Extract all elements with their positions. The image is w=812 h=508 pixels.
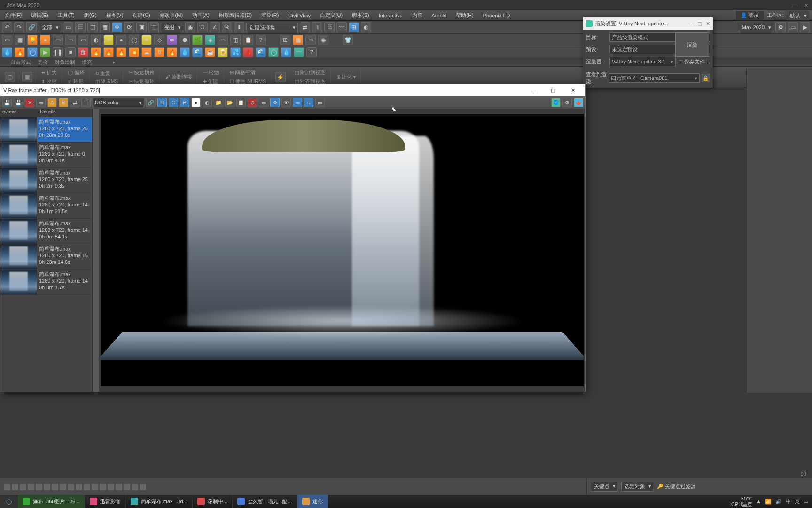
vfb-channel-dropdown[interactable]: RGB color [93, 98, 144, 107]
pfd-candle-icon[interactable]: 🕯 [154, 47, 164, 57]
vfb-mono-icon[interactable]: ● [191, 98, 201, 107]
vfb-history-list[interactable]: 简单瀑布.max1280 x 720, frame 260h 28m 23.8s… [0, 117, 92, 392]
start-button[interactable]: ◯ [0, 495, 18, 508]
nav-icon[interactable] [44, 484, 50, 490]
window-close-icon[interactable]: ✕ [804, 2, 808, 8]
vfb-history-item[interactable]: 简单瀑布.max1280 x 720, frame 140h 1m 21.5s [0, 193, 92, 219]
vfb-history-item[interactable]: 简单瀑布.max1280 x 720, frame 140h 3m 1.7s [0, 270, 92, 295]
percent-snap-icon[interactable]: % [222, 22, 232, 32]
align-icon[interactable]: ⫴ [312, 22, 322, 32]
menu-modifiers[interactable]: 修改器(M) [155, 12, 188, 19]
snap-icon[interactable]: 3 [197, 22, 208, 32]
pfd-explosion-icon[interactable]: 💥 [129, 47, 139, 57]
vfb-cc-icon[interactable]: ▭ [293, 98, 302, 107]
pfd-btn[interactable]: ▦ [15, 35, 25, 45]
vfb-titlebar[interactable]: V-Ray frame buffer - [100% of 1280 x 720… [0, 84, 585, 96]
vfb-g-icon[interactable]: G [169, 98, 178, 107]
vfb-r-icon[interactable]: R [157, 98, 167, 107]
rsd-max-icon[interactable]: ▢ [697, 21, 702, 27]
pfd-btn[interactable]: ▭ [2, 35, 12, 45]
vfb-alpha-icon[interactable]: ◐ [203, 98, 212, 107]
vfb-max-icon[interactable]: ▢ [544, 85, 562, 95]
vfb-swap-icon[interactable]: ⇄ [70, 98, 79, 107]
nav-icon[interactable] [52, 484, 58, 490]
vfb-history-item[interactable]: 简单瀑布.max1280 x 720, frame 260h 28m 23.8s [0, 117, 92, 143]
nav-icon[interactable] [124, 484, 130, 490]
selobj-dropdown[interactable]: 选定对象 [621, 482, 653, 492]
vfb-folder-icon[interactable]: 📁 [214, 98, 223, 107]
system-tray[interactable]: 50℃ CPU温度 ▲ 📶 🔊 中 英 ▭ [727, 496, 812, 507]
ribbon-paint[interactable]: 🖌 绘制连接 [164, 73, 194, 81]
rotate-icon[interactable]: ⟳ [124, 22, 134, 32]
pfd-play-icon[interactable]: ▶ [40, 47, 50, 57]
pfd-coffee-icon[interactable]: ☕ [205, 47, 215, 57]
vfb-history-item[interactable]: 简单瀑布.max1280 x 720, frame 140h 0m 54.1s [0, 219, 92, 244]
vfb-bucket-icon[interactable]: 🪣 [551, 98, 561, 107]
pfd-pool-icon[interactable]: ◯ [268, 47, 279, 57]
ribbon-detail[interactable]: ⊞ 细化 ▾ [335, 73, 358, 81]
menu-grapheditors[interactable]: 图形编辑器(D) [214, 12, 257, 19]
maxver-dropdown[interactable]: Max 2020 [739, 23, 773, 32]
menu-help[interactable]: 帮助(H) [451, 12, 478, 19]
pfd-preset-icon[interactable]: ▦ [293, 35, 303, 45]
scale-icon[interactable]: ▣ [136, 22, 147, 32]
nav-icon[interactable] [100, 484, 106, 490]
nav-icon[interactable] [20, 484, 26, 490]
pfd-stop-icon[interactable]: ■ [65, 47, 76, 57]
nav-icon[interactable] [12, 484, 18, 490]
tray-icon[interactable]: ▭ [804, 499, 808, 505]
menu-animation[interactable]: 动画(A) [187, 12, 214, 19]
mirror-icon[interactable]: ⇄ [300, 22, 310, 32]
login-button[interactable]: 👤 登录 [735, 10, 764, 20]
pfd-blood-icon[interactable]: 🩸 [243, 47, 253, 57]
menu-tools[interactable]: 工具(T) [53, 12, 79, 19]
vfb-b2-icon[interactable]: B [180, 98, 189, 107]
pfd-btn[interactable]: ▭ [65, 35, 76, 45]
ribbon-sub-icon[interactable]: ▣ [22, 72, 32, 82]
pfd-btn[interactable]: ● [116, 35, 126, 45]
nav-icon[interactable] [76, 484, 82, 490]
vfb-a-icon[interactable]: A [47, 98, 57, 107]
ribbon-lightning-icon[interactable]: ⚡ [275, 72, 286, 82]
nav-icon[interactable] [4, 484, 10, 490]
ribbon-loop[interactable]: ◯ 循环 [66, 69, 86, 77]
render-button[interactable]: 渲染 [675, 32, 709, 57]
pfd-help2-icon[interactable]: ? [306, 47, 317, 57]
vfb-link-icon[interactable]: 🔗 [146, 98, 156, 107]
placement-icon[interactable]: ⬚ [148, 22, 159, 32]
material-editor-icon[interactable]: ◐ [361, 22, 371, 32]
move-icon[interactable]: ✥ [112, 22, 122, 32]
nav-icon[interactable] [60, 484, 66, 490]
tray-ime-icon[interactable]: 英 [795, 498, 800, 505]
selection-set-dropdown[interactable]: 创建选择集 [246, 23, 298, 32]
pfd-btn[interactable]: ▭ [305, 35, 316, 45]
menu-content[interactable]: 内容 [407, 12, 427, 19]
spinner-snap-icon[interactable]: ⬍ [234, 22, 244, 32]
taskbar-item[interactable]: 录制中... [193, 495, 233, 508]
nav-icon[interactable] [68, 484, 74, 490]
ribbon-tab-select[interactable]: 选择 [38, 59, 48, 66]
menu-create[interactable]: 创建(C) [128, 12, 155, 19]
selection-scope-dropdown[interactable]: 全部 [39, 23, 61, 32]
ribbon-box-icon[interactable]: ▢ [5, 72, 15, 82]
nav-icon[interactable] [92, 484, 98, 490]
pfd-shirt-icon[interactable]: 👕 [343, 35, 353, 45]
ribbon-gridsmooth[interactable]: ⊞ 网格平滑 [228, 69, 268, 77]
pfd-water1-icon[interactable]: 💧 [180, 47, 190, 57]
rendered-frame-icon[interactable]: ▭ [788, 22, 798, 32]
vfb-saveall-icon[interactable]: 💾 [14, 98, 23, 107]
render-icon[interactable]: ▶ [800, 22, 810, 32]
rsd-close-icon[interactable]: ✕ [706, 21, 710, 27]
pfd-btn[interactable]: 📋 [243, 35, 253, 45]
pfd-foam-icon[interactable]: ◯ [27, 47, 38, 57]
ribbon-repeat[interactable]: ↻ 重复 [94, 70, 120, 78]
vfb-history-item[interactable]: 简单瀑布.max1280 x 720, frame 00h 0m 4.1s [0, 143, 92, 168]
nav-icon[interactable] [84, 484, 90, 490]
menu-rendering[interactable]: 渲染(R) [257, 12, 283, 19]
vfb-render-view[interactable] [99, 109, 585, 392]
tray-icon[interactable]: 🔊 [775, 499, 782, 505]
vfb-b-icon[interactable]: B [59, 98, 68, 107]
menu-civilview[interactable]: Civil View [283, 13, 315, 18]
vfb-stop-icon[interactable]: ⊘ [248, 98, 257, 107]
pfd-pause-icon[interactable]: ❚❚ [53, 47, 63, 57]
